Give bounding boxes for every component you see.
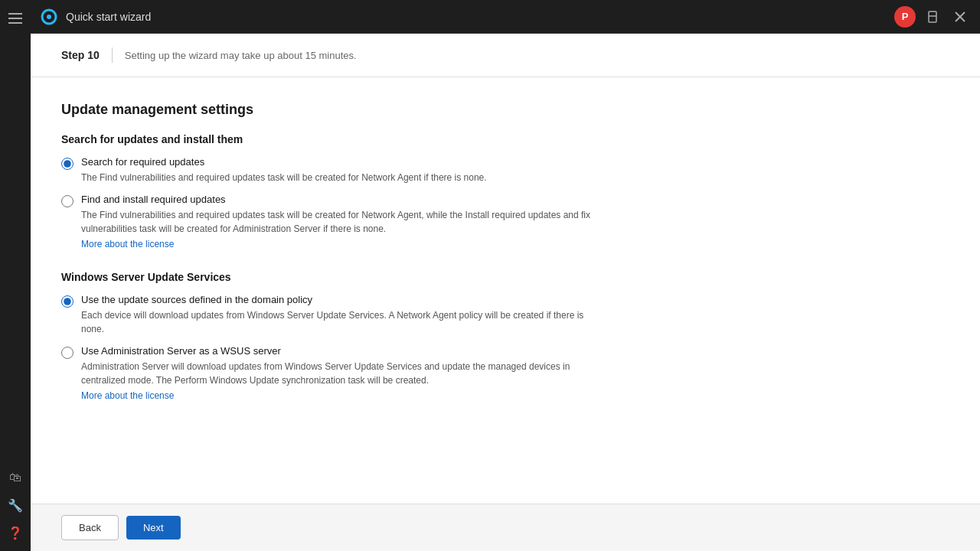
option-domain-policy: Use the update sources defined in the do… xyxy=(61,294,949,336)
section1-radio-group: Search for required updates The Find vul… xyxy=(61,156,949,249)
option-find-install-label: Find and install required updates The Fi… xyxy=(81,194,602,249)
radio-search-required[interactable] xyxy=(61,158,74,170)
option-search-required: Search for required updates The Find vul… xyxy=(61,156,949,184)
close-icon[interactable] xyxy=(949,6,971,28)
section1-title: Search for updates and install them xyxy=(61,133,949,145)
option-domain-policy-desc: Each device will download updates from W… xyxy=(81,308,602,336)
option-admin-server-wsus: Use Administration Server as a WSUS serv… xyxy=(61,345,949,401)
step-header: Step 10 Setting up the wizard may take u… xyxy=(31,34,980,77)
avatar-letter: P xyxy=(902,11,909,22)
option-domain-policy-label: Use the update sources defined in the do… xyxy=(81,294,602,336)
form-title: Update management settings xyxy=(61,102,949,118)
app-icon xyxy=(40,8,58,26)
option-admin-server-wsus-title[interactable]: Use Administration Server as a WSUS serv… xyxy=(81,345,602,357)
section2-title: Windows Server Update Services xyxy=(61,271,949,283)
option-search-required-title[interactable]: Search for required updates xyxy=(81,156,487,168)
option-domain-policy-title[interactable]: Use the update sources defined in the do… xyxy=(81,294,602,305)
section1-license-link[interactable]: More about the license xyxy=(81,239,602,249)
bookmark-icon[interactable] xyxy=(922,6,943,28)
option-admin-server-wsus-label: Use Administration Server as a WSUS serv… xyxy=(81,345,602,401)
option-search-required-label: Search for required updates The Find vul… xyxy=(81,156,487,184)
option-find-install-desc: The Find vulnerabilities and required up… xyxy=(81,208,602,236)
user-avatar[interactable]: P xyxy=(894,6,916,28)
topbar-icons: P xyxy=(894,6,971,28)
step-description: Setting up the wizard may take up about … xyxy=(125,50,357,61)
main-area: Quick start wizard P Step 10 xyxy=(31,0,980,551)
radio-domain-policy[interactable] xyxy=(61,295,74,308)
section2-radio-group: Use the update sources defined in the do… xyxy=(61,294,949,401)
form-area: Update management settings Search for up… xyxy=(31,77,980,504)
step-label: Step 10 xyxy=(61,49,100,61)
section2-license-link[interactable]: More about the license xyxy=(81,390,602,401)
topbar-title: Quick start wizard xyxy=(66,11,151,23)
svg-point-1 xyxy=(47,15,51,19)
next-button[interactable]: Next xyxy=(126,516,181,540)
sidebar: 🛍 🔧 ❓ xyxy=(0,0,31,551)
option-find-install-title[interactable]: Find and install required updates xyxy=(81,194,602,205)
help-icon[interactable]: ❓ xyxy=(3,520,28,545)
bottom-bar: Back Next xyxy=(31,504,980,551)
svg-rect-2 xyxy=(929,11,936,22)
option-search-required-desc: The Find vulnerabilities and required up… xyxy=(81,171,487,184)
topbar: Quick start wizard P xyxy=(31,0,980,34)
section-search-updates: Search for updates and install them Sear… xyxy=(61,133,949,249)
option-admin-server-wsus-desc: Administration Server will download upda… xyxy=(81,360,602,387)
content-area: Step 10 Setting up the wizard may take u… xyxy=(31,34,980,551)
radio-admin-server-wsus[interactable] xyxy=(61,347,74,359)
section-wsus: Windows Server Update Services Use the u… xyxy=(61,271,949,401)
sidebar-toggle[interactable] xyxy=(3,6,28,31)
store-icon[interactable]: 🛍 xyxy=(3,465,28,490)
back-button[interactable]: Back xyxy=(61,515,119,540)
option-find-install: Find and install required updates The Fi… xyxy=(61,194,949,249)
wrench-icon[interactable]: 🔧 xyxy=(3,493,28,517)
step-divider xyxy=(112,47,113,63)
radio-find-install[interactable] xyxy=(61,195,74,207)
